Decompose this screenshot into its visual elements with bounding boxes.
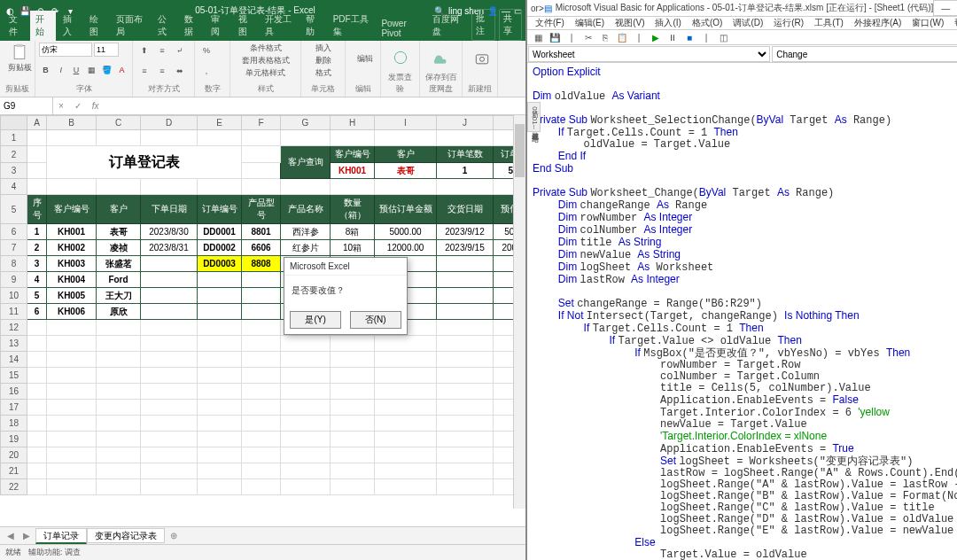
underline-icon[interactable]: U: [69, 62, 82, 78]
data-cell-r0-c8[interactable]: 5000.00: [375, 224, 437, 240]
ribbon-tab-开始[interactable]: 开始: [30, 11, 55, 41]
row-header-14[interactable]: 14: [1, 352, 27, 368]
align-left-icon[interactable]: ≡: [136, 63, 152, 79]
vbe-paste-icon[interactable]: 📋: [615, 30, 629, 44]
col-header-I[interactable]: I: [375, 116, 437, 130]
data-cell-r2-c0[interactable]: 3: [27, 256, 47, 272]
data-cell-r1-c8[interactable]: 12000.00: [375, 240, 437, 256]
row-header-17[interactable]: 17: [1, 400, 27, 416]
data-cell-r2-c2[interactable]: 张盛茗: [97, 256, 141, 272]
select-all-corner[interactable]: [1, 116, 27, 130]
vbe-menu-工具[interactable]: 工具(T): [810, 17, 848, 29]
data-cell-r1-c0[interactable]: 2: [27, 240, 47, 256]
editing-button[interactable]: 编辑: [349, 43, 381, 74]
table-format-button[interactable]: 套用表格格式: [242, 55, 290, 66]
data-cell-r0-c3[interactable]: 2023/8/30: [141, 224, 198, 240]
data-cell-r5-c3[interactable]: [141, 304, 198, 320]
row-header-21[interactable]: 21: [1, 463, 27, 479]
data-cell-r0-c2[interactable]: 表哥: [97, 224, 141, 240]
dialog-yes-button[interactable]: 是(Y): [290, 311, 340, 329]
data-cell-r3-c0[interactable]: 4: [27, 272, 47, 288]
vbe-save-icon[interactable]: 💾: [548, 30, 562, 44]
data-cell-r5-c0[interactable]: 6: [27, 304, 47, 320]
vbe-view-excel-icon[interactable]: ▦: [531, 30, 545, 44]
vbe-menu-视图[interactable]: 视图(V): [611, 17, 649, 29]
paste-button[interactable]: 剪贴板: [4, 43, 35, 74]
insert-cells-button[interactable]: 插入: [315, 43, 331, 54]
row-header-7[interactable]: 7: [1, 240, 27, 256]
data-cell-r1-c1[interactable]: KH002: [47, 240, 97, 256]
vbe-project-tab[interactable]: 新 05-01-订单登记表-结果: [527, 102, 541, 132]
row-header-2[interactable]: 2: [1, 146, 27, 163]
data-cell-r3-c1[interactable]: KH004: [47, 272, 97, 288]
data-cell-r2-c9[interactable]: [437, 256, 494, 272]
vertical-scrollbar[interactable]: [513, 115, 525, 509]
col-header-D[interactable]: D: [141, 116, 198, 130]
font-size-input[interactable]: [94, 43, 119, 57]
data-cell-r1-c9[interactable]: 2023/9/15: [437, 240, 494, 256]
cell-style-button[interactable]: 单元格样式: [245, 67, 285, 79]
row-header-8[interactable]: 8: [1, 256, 27, 272]
col-header-F[interactable]: F: [242, 116, 281, 130]
data-cell-r0-c7[interactable]: 8箱: [331, 224, 375, 240]
data-cell-r4-c0[interactable]: 5: [27, 288, 47, 304]
data-cell-r3-c5[interactable]: [242, 272, 281, 288]
row-header-20[interactable]: 20: [1, 447, 27, 463]
data-cell-r2-c5[interactable]: 8808: [242, 256, 281, 272]
row-header-19[interactable]: 19: [1, 432, 27, 447]
data-cell-r3-c3[interactable]: [141, 272, 198, 288]
row-header-5[interactable]: 5: [1, 195, 27, 224]
data-cell-r5-c4[interactable]: [198, 304, 242, 320]
align-top-icon[interactable]: ⬆: [136, 43, 152, 58]
vbe-reset-icon[interactable]: ■: [682, 30, 696, 44]
data-cell-r5-c5[interactable]: [242, 304, 281, 320]
data-cell-r4-c2[interactable]: 王大刀: [97, 288, 141, 304]
lookup-val-1[interactable]: 表哥: [375, 163, 437, 179]
data-cell-r4-c1[interactable]: KH005: [47, 288, 97, 304]
data-cell-r5-c9[interactable]: [437, 304, 494, 320]
data-cell-r1-c4[interactable]: DD0002: [198, 240, 242, 256]
border-icon[interactable]: ▦: [85, 62, 98, 78]
sheet-tab-1[interactable]: 变更内容记录表: [87, 528, 165, 543]
data-cell-r1-c7[interactable]: 10箱: [331, 240, 375, 256]
worksheet-grid[interactable]: ABCDEFGHIJKL12订单登记表客户查询客户编号客户订单笔数订单总金3KH…: [0, 115, 525, 526]
italic-icon[interactable]: I: [54, 62, 67, 78]
col-header-B[interactable]: B: [47, 116, 97, 130]
row-header-1[interactable]: 1: [1, 130, 27, 146]
delete-cells-button[interactable]: 删除: [315, 55, 331, 66]
row-header-3[interactable]: 3: [1, 163, 27, 179]
row-header-4[interactable]: 4: [1, 179, 27, 195]
data-cell-r0-c4[interactable]: DD0001: [198, 224, 242, 240]
data-cell-r2-c4[interactable]: DD0003: [198, 256, 242, 272]
format-cells-button[interactable]: 格式: [315, 67, 331, 79]
data-cell-r1-c6[interactable]: 红参片: [281, 240, 331, 256]
data-cell-r4-c5[interactable]: [242, 288, 281, 304]
data-cell-r2-c3[interactable]: [141, 256, 198, 272]
vbe-menu-格式[interactable]: 格式(O): [688, 17, 727, 29]
lookup-val-0[interactable]: KH001: [331, 163, 375, 179]
row-header-13[interactable]: 13: [1, 336, 27, 352]
comma-icon[interactable]: ,: [198, 63, 214, 79]
font-name-input[interactable]: [39, 43, 92, 57]
cancel-formula-icon[interactable]: ×: [53, 101, 69, 111]
font-color-icon[interactable]: A: [115, 62, 128, 78]
camera-button[interactable]: [466, 43, 498, 74]
row-header-10[interactable]: 10: [1, 288, 27, 304]
row-header-22[interactable]: 22: [1, 479, 27, 495]
row-header-9[interactable]: 9: [1, 272, 27, 288]
lookup-val-2[interactable]: 1: [437, 163, 494, 179]
data-cell-r3-c9[interactable]: [437, 272, 494, 288]
row-header-16[interactable]: 16: [1, 384, 27, 400]
enter-formula-icon[interactable]: ✓: [69, 101, 87, 111]
vbe-menu-外接程序[interactable]: 外接程序(A): [850, 17, 906, 29]
merge-icon[interactable]: ⬌: [172, 63, 188, 79]
data-cell-r1-c2[interactable]: 凌祯: [97, 240, 141, 256]
fill-color-icon[interactable]: 🪣: [100, 62, 113, 78]
sheet-nav-prev-icon[interactable]: ◀: [4, 531, 18, 541]
col-header-C[interactable]: C: [97, 116, 141, 130]
data-cell-r3-c2[interactable]: Ford: [97, 272, 141, 288]
new-sheet-icon[interactable]: ⊕: [167, 531, 181, 541]
col-header-J[interactable]: J: [437, 116, 494, 130]
bold-icon[interactable]: B: [39, 62, 52, 78]
col-header-E[interactable]: E: [198, 116, 242, 130]
